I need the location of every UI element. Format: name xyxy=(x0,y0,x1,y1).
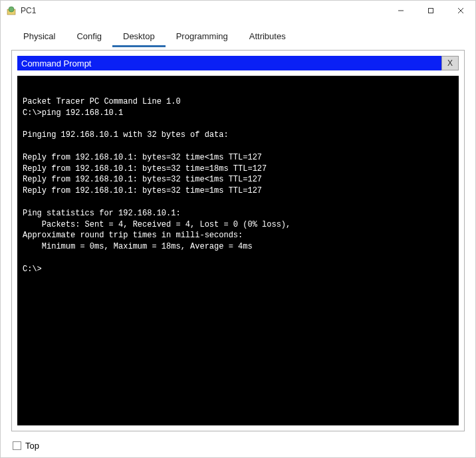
window-controls xyxy=(386,1,475,21)
terminal-line xyxy=(23,85,453,96)
terminal-line: Reply from 192.168.10.1: bytes=32 time=1… xyxy=(23,164,453,175)
footer: Top xyxy=(1,437,475,457)
app-window: PC1 Physical Config Desktop Programming … xyxy=(0,0,476,458)
tab-physical[interactable]: Physical xyxy=(13,27,66,47)
tabbar: Physical Config Desktop Programming Attr… xyxy=(1,21,475,47)
content-frame: Command Prompt X Packet Tracer PC Comman… xyxy=(11,50,465,431)
close-button[interactable] xyxy=(445,1,475,21)
command-prompt-title: Command Prompt xyxy=(17,56,441,70)
terminal-line: Packet Tracer PC Command Line 1.0 xyxy=(23,96,453,108)
terminal-line: C:\>ping 192.168.10.1 xyxy=(23,108,453,119)
terminal-line xyxy=(23,118,453,130)
command-prompt-header: Command Prompt X xyxy=(17,56,459,70)
terminal-line xyxy=(23,197,453,208)
app-icon xyxy=(6,5,17,16)
terminal-line: Reply from 192.168.10.1: bytes=32 time<1… xyxy=(23,174,453,185)
terminal-line: C:\> xyxy=(23,264,453,275)
terminal-line: Ping statistics for 192.168.10.1: xyxy=(23,208,453,219)
terminal-line xyxy=(23,253,453,264)
svg-rect-3 xyxy=(428,9,433,13)
titlebar: PC1 xyxy=(1,1,475,21)
terminal-line: Reply from 192.168.10.1: bytes=32 time<1… xyxy=(23,152,453,164)
terminal[interactable]: Packet Tracer PC Command Line 1.0C:\>pin… xyxy=(17,76,459,425)
terminal-line xyxy=(23,141,453,152)
tab-desktop[interactable]: Desktop xyxy=(112,27,166,47)
terminal-line: Approximate round trip times in milli-se… xyxy=(23,230,453,241)
top-label: Top xyxy=(25,441,39,451)
minimize-button[interactable] xyxy=(386,1,416,21)
terminal-line: Pinging 192.168.10.1 with 32 bytes of da… xyxy=(23,130,453,141)
tab-programming[interactable]: Programming xyxy=(166,27,239,47)
terminal-line: Minimum = 0ms, Maximum = 18ms, Average =… xyxy=(23,241,453,253)
svg-point-1 xyxy=(9,7,14,12)
maximize-button[interactable] xyxy=(416,1,445,21)
terminal-line: Reply from 192.168.10.1: bytes=32 time=1… xyxy=(23,185,453,197)
tab-config[interactable]: Config xyxy=(66,27,112,47)
command-prompt-close-button[interactable]: X xyxy=(441,56,459,70)
top-checkbox[interactable] xyxy=(13,441,21,450)
terminal-line: Packets: Sent = 4, Received = 4, Lost = … xyxy=(23,219,453,231)
tab-attributes[interactable]: Attributes xyxy=(239,27,297,47)
window-title: PC1 xyxy=(21,6,386,15)
